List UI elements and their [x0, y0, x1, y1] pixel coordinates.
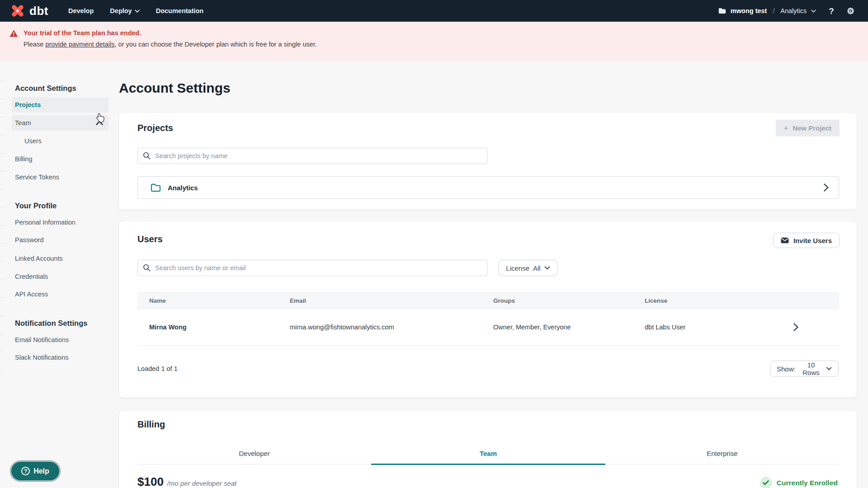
mouse-cursor [96, 113, 105, 123]
sidebar-item-billing[interactable]: Billing [15, 155, 33, 163]
background-texture [0, 63, 5, 371]
tab-developer[interactable]: Developer [137, 443, 371, 464]
users-search-input[interactable] [137, 260, 487, 276]
sidebar-item-slack-notifications[interactable]: Slack Notifications [15, 354, 68, 361]
search-icon [143, 264, 151, 272]
brand-text: dbt [29, 5, 48, 17]
banner-body: Please provide payment details, or you c… [24, 40, 317, 49]
column-header-groups: Groups [493, 297, 645, 304]
projects-card: Projects + New Project Analytics [119, 113, 857, 210]
sidebar-heading-notification-settings: Notification Settings [15, 319, 87, 328]
user-row[interactable]: Mirna Wong mirna.wong@fishtownanalytics.… [137, 309, 839, 346]
users-heading: Users [137, 234, 163, 244]
sidebar-item-email-notifications[interactable]: Email Notifications [15, 336, 69, 343]
warning-icon [9, 29, 18, 38]
gear-icon[interactable]: ⚙ [847, 7, 854, 15]
top-nav: dbt Develop Deploy Documentation mwong t… [0, 0, 868, 22]
user-license: dbt Labs User [645, 324, 793, 331]
user-email: mirna.wong@fishtownanalytics.com [290, 324, 493, 331]
question-icon: ? [21, 467, 30, 475]
envelope-icon [781, 237, 789, 244]
project-name-label: Analytics [168, 184, 198, 192]
billing-plan-tabs: Developer Team Enterprise [137, 443, 839, 465]
project-name: Analytics [780, 7, 807, 14]
dbt-logo[interactable]: dbt [10, 3, 48, 19]
chevron-down-icon [135, 9, 140, 13]
nav-item-develop[interactable]: Develop [68, 7, 94, 14]
nav-item-documentation[interactable]: Documentation [156, 7, 204, 14]
new-project-button[interactable]: + New Project [776, 120, 840, 136]
license-filter-dropdown[interactable]: License All [498, 260, 558, 276]
chevron-down-icon [811, 9, 816, 13]
sidebar-item-api-access[interactable]: API Access [15, 291, 48, 298]
projects-search [137, 148, 487, 164]
tab-team[interactable]: Team [371, 443, 605, 464]
project-row-analytics[interactable]: Analytics [137, 176, 839, 199]
sidebar-item-password[interactable]: Password [15, 236, 44, 244]
help-menu-icon[interactable]: ? [829, 7, 834, 15]
chevron-down-icon [544, 266, 550, 270]
show-rows-dropdown[interactable]: Show: 10 Rows [770, 361, 839, 377]
sidebar-item-credentials[interactable]: Credentials [15, 273, 48, 280]
nav-account-switcher[interactable]: mwong test / Analytics ? ⚙ [718, 7, 854, 15]
breadcrumb-separator: / [771, 7, 776, 14]
sidebar-item-team[interactable]: Team [12, 115, 108, 131]
enrolled-label: Currently Enrolled [777, 479, 838, 487]
chevron-down-icon [826, 367, 832, 371]
sidebar-item-projects[interactable]: Projects [12, 97, 108, 113]
plus-icon: + [784, 124, 789, 132]
user-groups: Owner, Member, Everyone [493, 324, 645, 331]
payment-details-link[interactable]: provide payment details [45, 41, 114, 48]
users-search [137, 260, 487, 276]
help-button[interactable]: ? Help [11, 462, 59, 480]
projects-heading: Projects [137, 123, 173, 133]
sidebar-item-service-tokens[interactable]: Service Tokens [15, 174, 59, 181]
nav-menu: Develop Deploy Documentation [68, 7, 203, 14]
column-header-license: License [645, 297, 839, 304]
sidebar-item-personal-information[interactable]: Personal Information [15, 219, 75, 226]
enrolled-badge: Currently Enrolled [760, 477, 838, 488]
banner-title: Your trial of the Team plan has ended. [24, 28, 317, 38]
price-amount: $100 [137, 475, 164, 488]
nav-item-deploy[interactable]: Deploy [110, 7, 139, 14]
sidebar-heading-account-settings: Account Settings [15, 84, 76, 93]
check-icon [760, 477, 772, 488]
sidebar-item-users[interactable]: Users [24, 137, 42, 145]
dbt-logo-icon [10, 3, 25, 19]
billing-heading: Billing [137, 419, 165, 430]
chevron-right-icon [824, 183, 829, 192]
sidebar-item-linked-accounts[interactable]: Linked Accounts [15, 255, 63, 262]
invite-users-button[interactable]: Invite Users [773, 233, 840, 248]
account-name: mwong test [731, 7, 767, 14]
users-table-header: Name Email Groups License [137, 292, 839, 309]
plan-price: $100 /mo per developer seat [137, 475, 236, 488]
folder-icon [151, 183, 161, 192]
chevron-right-icon [793, 323, 798, 331]
user-name: Mirna Wong [137, 324, 290, 331]
users-table: Name Email Groups License Mirna Wong mir… [137, 292, 839, 346]
trial-banner: Your trial of the Team plan has ended. P… [0, 22, 868, 61]
projects-search-input[interactable] [137, 148, 487, 164]
folder-icon [718, 8, 726, 14]
page-title: Account Settings [119, 80, 231, 96]
tab-enterprise[interactable]: Enterprise [605, 443, 839, 464]
price-suffix: /mo per developer seat [167, 479, 236, 487]
users-card: Users Invite Users License All Name Emai… [119, 221, 857, 398]
column-header-email: Email [290, 297, 493, 304]
billing-card: Billing Developer Team Enterprise $100 /… [119, 411, 857, 488]
sidebar-heading-your-profile: Your Profile [15, 202, 57, 210]
search-icon [143, 152, 151, 160]
loaded-status: Loaded 1 of 1 [137, 365, 178, 372]
column-header-name: Name [137, 297, 290, 304]
